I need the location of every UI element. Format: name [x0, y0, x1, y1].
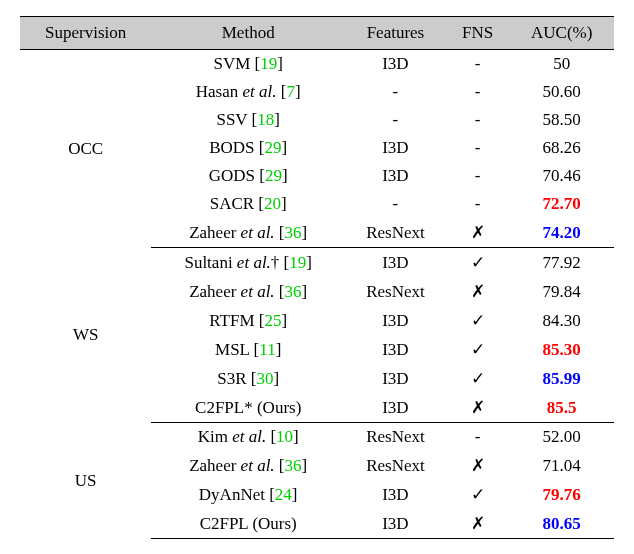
- features-cell: I3D: [345, 162, 446, 190]
- fns-cell: -: [446, 162, 510, 190]
- fns-cell: -: [446, 134, 510, 162]
- citation-ref: 36: [285, 456, 302, 475]
- auc-cell: 79.84: [509, 277, 614, 306]
- citation-ref: 19: [260, 54, 277, 73]
- features-cell: ResNext: [345, 423, 446, 452]
- auc-cell: 72.70: [509, 190, 614, 218]
- auc-cell: 85.99: [509, 364, 614, 393]
- fns-cell: -: [446, 50, 510, 79]
- method-cell: GODS [29]: [151, 162, 345, 190]
- method-cell: Zaheer et al. [36]: [151, 451, 345, 480]
- auc-cell: 58.50: [509, 106, 614, 134]
- auc-cell: 85.5: [509, 393, 614, 423]
- fns-cell: -: [446, 78, 510, 106]
- auc-cell: 74.20: [509, 218, 614, 248]
- supervision-label: WS: [20, 248, 151, 423]
- method-cell: BODS [29]: [151, 134, 345, 162]
- citation-ref: 18: [257, 110, 274, 129]
- fns-cell: -: [446, 190, 510, 218]
- method-cell: C2FPL (Ours): [151, 509, 345, 539]
- fns-cell: ✗: [446, 218, 510, 248]
- method-cell: MSL [11]: [151, 335, 345, 364]
- auc-cell: 71.04: [509, 451, 614, 480]
- fns-cell: -: [446, 423, 510, 452]
- method-cell: SSV [18]: [151, 106, 345, 134]
- col-method: Method: [151, 17, 345, 50]
- method-cell: C2FPL* (Ours): [151, 393, 345, 423]
- features-cell: -: [345, 78, 446, 106]
- header-row: Supervision Method Features FNS AUC(%): [20, 17, 614, 50]
- fns-cell: ✗: [446, 451, 510, 480]
- auc-cell: 68.26: [509, 134, 614, 162]
- features-cell: ResNext: [345, 218, 446, 248]
- method-cell: Zaheer et al. [36]: [151, 277, 345, 306]
- features-cell: I3D: [345, 509, 446, 539]
- supervision-label: US: [20, 423, 151, 539]
- fns-cell: ✓: [446, 248, 510, 278]
- features-cell: -: [345, 106, 446, 134]
- features-cell: I3D: [345, 134, 446, 162]
- features-cell: I3D: [345, 335, 446, 364]
- citation-ref: 11: [259, 340, 275, 359]
- citation-ref: 30: [256, 369, 273, 388]
- auc-cell: 50: [509, 50, 614, 79]
- features-cell: I3D: [345, 393, 446, 423]
- results-table: Supervision Method Features FNS AUC(%) O…: [20, 16, 614, 539]
- method-cell: RTFM [25]: [151, 306, 345, 335]
- features-cell: ResNext: [345, 451, 446, 480]
- fns-cell: ✗: [446, 393, 510, 423]
- auc-cell: 77.92: [509, 248, 614, 278]
- citation-ref: 7: [286, 82, 295, 101]
- citation-ref: 25: [264, 311, 281, 330]
- auc-cell: 79.76: [509, 480, 614, 509]
- method-cell: Zaheer et al. [36]: [151, 218, 345, 248]
- col-supervision: Supervision: [20, 17, 151, 50]
- auc-cell: 70.46: [509, 162, 614, 190]
- table-row: USKim et al. [10]ResNext-52.00: [20, 423, 614, 452]
- citation-ref: 36: [285, 282, 302, 301]
- table-row: OCCSVM [19]I3D-50: [20, 50, 614, 79]
- method-cell: Sultani et al.† [19]: [151, 248, 345, 278]
- auc-cell: 84.30: [509, 306, 614, 335]
- fns-cell: -: [446, 106, 510, 134]
- citation-ref: 29: [264, 138, 281, 157]
- auc-cell: 85.30: [509, 335, 614, 364]
- citation-ref: 36: [285, 223, 302, 242]
- fns-cell: ✗: [446, 509, 510, 539]
- method-cell: Kim et al. [10]: [151, 423, 345, 452]
- auc-cell: 80.65: [509, 509, 614, 539]
- citation-ref: 24: [275, 485, 292, 504]
- table-row: WSSultani et al.† [19]I3D✓77.92: [20, 248, 614, 278]
- features-cell: ResNext: [345, 277, 446, 306]
- features-cell: I3D: [345, 480, 446, 509]
- auc-cell: 52.00: [509, 423, 614, 452]
- method-cell: SVM [19]: [151, 50, 345, 79]
- fns-cell: ✓: [446, 364, 510, 393]
- features-cell: I3D: [345, 248, 446, 278]
- citation-ref: 29: [265, 166, 282, 185]
- col-features: Features: [345, 17, 446, 50]
- method-cell: SACR [20]: [151, 190, 345, 218]
- method-cell: Hasan et al. [7]: [151, 78, 345, 106]
- features-cell: -: [345, 190, 446, 218]
- features-cell: I3D: [345, 306, 446, 335]
- auc-cell: 50.60: [509, 78, 614, 106]
- citation-ref: 19: [289, 253, 306, 272]
- fns-cell: ✓: [446, 335, 510, 364]
- fns-cell: ✓: [446, 480, 510, 509]
- citation-ref: 20: [264, 194, 281, 213]
- features-cell: I3D: [345, 364, 446, 393]
- features-cell: I3D: [345, 50, 446, 79]
- citation-ref: 10: [276, 427, 293, 446]
- fns-cell: ✗: [446, 277, 510, 306]
- col-fns: FNS: [446, 17, 510, 50]
- method-cell: DyAnNet [24]: [151, 480, 345, 509]
- col-auc: AUC(%): [509, 17, 614, 50]
- method-cell: S3R [30]: [151, 364, 345, 393]
- fns-cell: ✓: [446, 306, 510, 335]
- supervision-label: OCC: [20, 50, 151, 248]
